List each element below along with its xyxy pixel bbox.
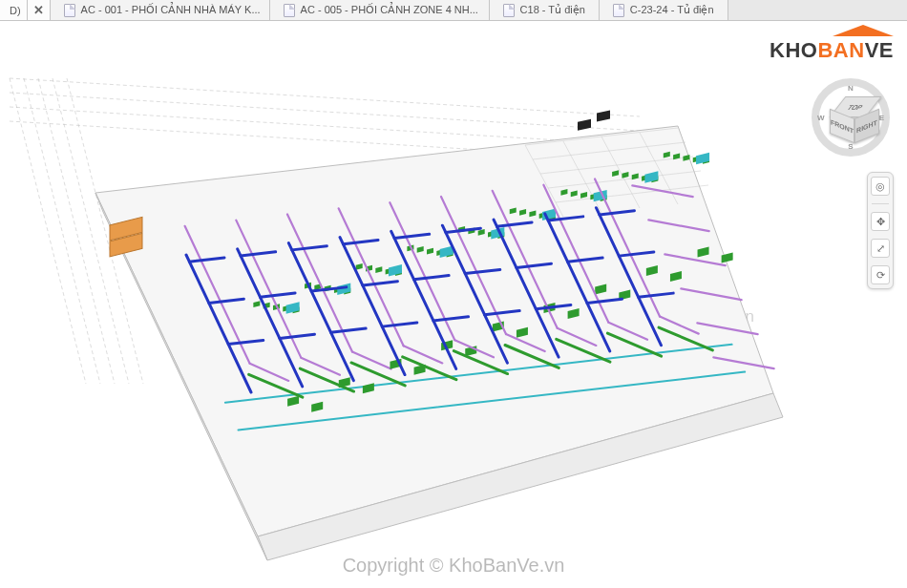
tab-c18[interactable]: C18 - Tủ điện: [490, 0, 600, 20]
tab-c-23-24[interactable]: C-23-24 - Tủ điện: [600, 0, 728, 20]
document-icon: [64, 4, 75, 17]
active-tab-fragment: D): [0, 0, 28, 20]
compass-s: S: [848, 142, 853, 151]
document-icon: [503, 4, 515, 17]
document-icon: [613, 4, 624, 17]
steering-wheel-button[interactable]: ◎: [871, 177, 890, 196]
logo-suffix: VE: [865, 38, 894, 62]
svg-line-2: [10, 107, 640, 145]
compass-e: E: [879, 114, 884, 122]
document-tabstrip: D) ✕ AC - 001 - PHỐI CẢNH NHÀ MÁY K... A…: [0, 0, 907, 21]
zoom-button[interactable]: ⤢: [871, 239, 890, 258]
svg-rect-22: [578, 119, 591, 131]
viewcube-cube[interactable]: TOP FRONT RIGHT: [830, 96, 872, 138]
pan-button[interactable]: ✥: [871, 212, 890, 231]
active-tab-fragment-text: D): [10, 5, 21, 16]
roof-units: [578, 111, 610, 131]
close-tab-button[interactable]: ✕: [28, 0, 51, 20]
compass-n: N: [848, 84, 854, 93]
building-slab: [95, 126, 773, 536]
svg-line-1: [10, 93, 640, 131]
svg-line-6: [38, 78, 115, 384]
svg-line-0: [10, 78, 640, 116]
tab-ac-005[interactable]: AC - 005 - PHỐI CẢNH ZONE 4 NH...: [270, 0, 490, 20]
navbar-divider: [872, 203, 889, 204]
model-viewport[interactable]: KHOBANVE N S E W TOP FRONT RIGHT ◎ ✥ ⤢ ⟳…: [0, 21, 907, 588]
svg-line-4: [10, 78, 86, 384]
navigation-bar: ◎ ✥ ⤢ ⟳: [867, 172, 894, 289]
document-icon: [284, 4, 295, 17]
svg-line-5: [24, 78, 100, 384]
svg-rect-23: [597, 111, 610, 122]
tab-label: AC - 001 - PHỐI CẢNH NHÀ MÁY K...: [81, 4, 261, 16]
tab-label: AC - 005 - PHỐI CẢNH ZONE 4 NH...: [301, 4, 478, 16]
tab-ac-001[interactable]: AC - 001 - PHỐI CẢNH NHÀ MÁY K...: [51, 0, 270, 20]
tab-label: C-23-24 - Tủ điện: [630, 4, 714, 16]
tab-label: C18 - Tủ điện: [520, 4, 585, 16]
orbit-button[interactable]: ⟳: [871, 265, 890, 284]
mep-3d-model: [0, 40, 831, 584]
logo-roof-icon: [833, 25, 894, 38]
